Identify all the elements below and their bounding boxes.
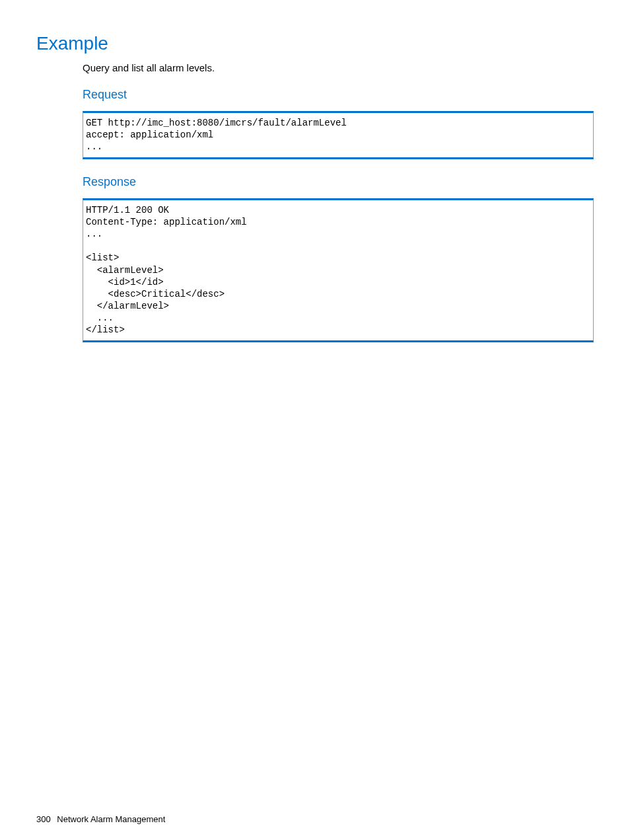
request-code-block: GET http://imc_host:8080/imcrs/fault/ala…: [83, 111, 594, 159]
footer-section-title: Network Alarm Management: [57, 814, 165, 824]
description-text: Query and list all alarm levels.: [83, 62, 594, 73]
footer-page-number: 300: [36, 814, 51, 824]
heading-response: Response: [83, 175, 594, 189]
heading-request: Request: [83, 88, 594, 102]
page-footer: 300 Network Alarm Management: [36, 814, 165, 824]
response-code-block: HTTP/1.1 200 OK Content-Type: applicatio…: [83, 198, 594, 342]
heading-example: Example: [36, 33, 594, 54]
